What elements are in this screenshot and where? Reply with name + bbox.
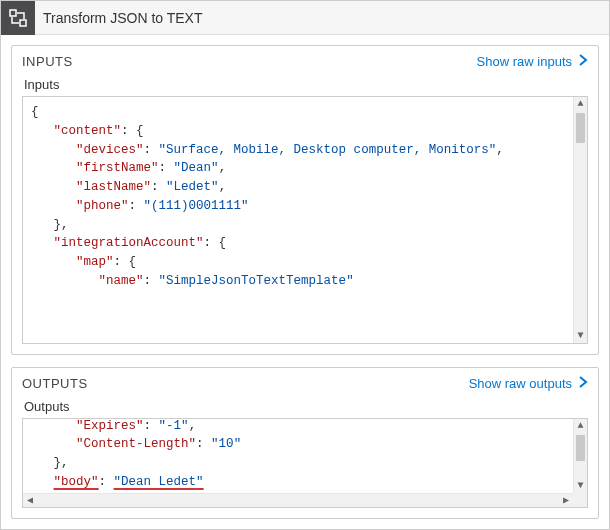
outputs-code-box: { "Expires": "-1", "Content-Length": "10… (22, 418, 588, 508)
outputs-horizontal-scrollbar[interactable]: ◀ ▶ (23, 493, 573, 507)
outputs-code-content: { "Expires": "-1", "Content-Length": "10… (23, 418, 573, 493)
show-raw-inputs-label: Show raw inputs (477, 54, 572, 69)
scroll-down-icon: ▼ (574, 329, 587, 343)
inputs-code-content: { "content": { "devices": "Surface, Mobi… (23, 97, 573, 343)
show-raw-outputs-label: Show raw outputs (469, 376, 572, 391)
scroll-right-icon: ▶ (559, 494, 573, 507)
inputs-code-box: { "content": { "devices": "Surface, Mobi… (22, 96, 588, 344)
inputs-panel-body: Inputs { "content": { "devices": "Surfac… (12, 75, 598, 354)
transform-icon (1, 1, 35, 35)
chevron-right-icon (578, 54, 588, 69)
outputs-panel-header: OUTPUTS Show raw outputs (12, 368, 598, 397)
scrollbar-thumb[interactable] (576, 435, 585, 461)
scrollbar-thumb[interactable] (576, 113, 585, 143)
titlebar: Transform JSON to TEXT (1, 1, 609, 35)
scroll-left-icon: ◀ (23, 494, 37, 507)
scrollbar-corner (573, 493, 587, 507)
outputs-vertical-scrollbar[interactable]: ▲ ▼ (573, 419, 587, 493)
content-area: INPUTS Show raw inputs Inputs { "content… (1, 35, 609, 529)
svg-rect-1 (20, 20, 26, 26)
scroll-up-icon: ▲ (574, 97, 587, 111)
page-title: Transform JSON to TEXT (43, 10, 202, 26)
inputs-heading: INPUTS (22, 54, 73, 69)
svg-rect-0 (10, 10, 16, 16)
inputs-sub-label: Inputs (24, 77, 588, 92)
outputs-panel-body: Outputs { "Expires": "-1", "Content-Leng… (12, 397, 598, 518)
scroll-down-icon: ▼ (574, 479, 587, 493)
body-key-highlight: "body" (54, 475, 99, 489)
outputs-sub-label: Outputs (24, 399, 588, 414)
body-value-highlight: "Dean Ledet" (114, 475, 204, 489)
inputs-panel-header: INPUTS Show raw inputs (12, 46, 598, 75)
scroll-up-icon: ▲ (574, 419, 587, 433)
outputs-heading: OUTPUTS (22, 376, 88, 391)
inputs-vertical-scrollbar[interactable]: ▲ ▼ (573, 97, 587, 343)
show-raw-inputs-link[interactable]: Show raw inputs (477, 54, 588, 69)
app-root: Transform JSON to TEXT INPUTS Show raw i… (0, 0, 610, 530)
inputs-panel: INPUTS Show raw inputs Inputs { "content… (11, 45, 599, 355)
chevron-right-icon (578, 376, 588, 391)
show-raw-outputs-link[interactable]: Show raw outputs (469, 376, 588, 391)
outputs-panel: OUTPUTS Show raw outputs Outputs { "Expi… (11, 367, 599, 519)
